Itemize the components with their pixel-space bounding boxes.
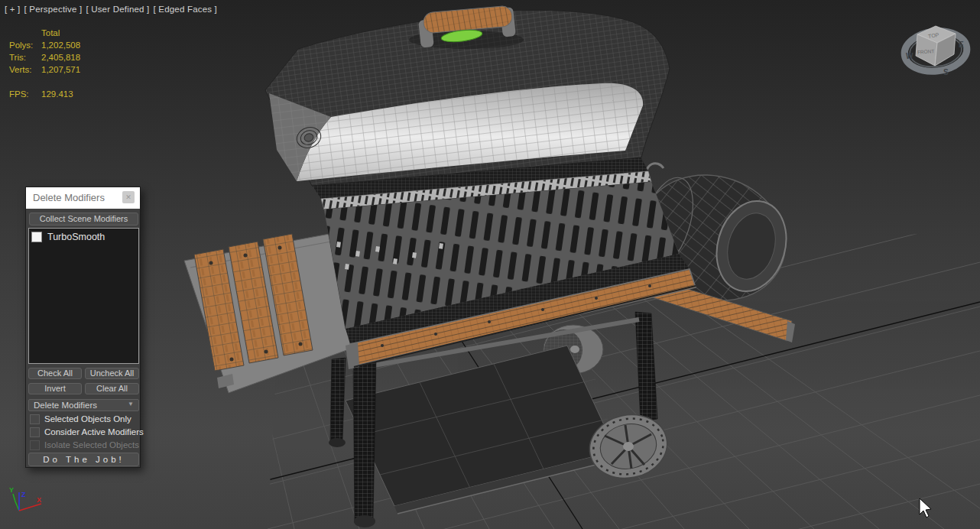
- chevron-down-icon: ▼: [128, 401, 134, 407]
- compass-east[interactable]: E: [959, 41, 964, 49]
- lid-handle: [409, 5, 524, 49]
- check-all-button[interactable]: Check All: [28, 368, 82, 379]
- viewport-label: [ + ][ Perspective ][ User Defined ][ Ed…: [5, 5, 221, 14]
- close-icon[interactable]: ✕: [122, 191, 135, 203]
- checkbox-box[interactable]: [30, 414, 40, 424]
- consider-active-modifiers-checkbox[interactable]: Consider Active Modifiers: [30, 427, 144, 437]
- stats-polys: Polys:1,202,508: [9, 41, 80, 50]
- viewcube[interactable]: W S E TOP FRONT: [902, 26, 969, 76]
- viewport-menu-pov[interactable]: [ Perspective ]: [24, 5, 83, 14]
- axis-z-label: Z: [21, 491, 26, 498]
- modifier-checkbox[interactable]: [31, 232, 42, 242]
- uncheck-all-button[interactable]: Uncheck All: [85, 368, 139, 379]
- invert-button[interactable]: Invert: [28, 383, 82, 394]
- action-dropdown[interactable]: Delete Modifiers ▼: [28, 399, 139, 411]
- mouse-cursor: [920, 498, 931, 518]
- isolate-selected-objects-checkbox: Isolate Selected Objects: [30, 440, 139, 450]
- world-axis-tripod: Y Z X: [9, 486, 41, 511]
- dialog-title: Delete Modifiers: [33, 192, 105, 203]
- clear-all-button[interactable]: Clear All: [85, 383, 139, 394]
- checkbox-box: [30, 440, 40, 450]
- grill-model[interactable]: [184, 5, 803, 527]
- viewport-3d-scene: W S E TOP FRONT Y Z X: [0, 0, 980, 529]
- stats-verts: Verts:1,207,571: [9, 65, 80, 74]
- delete-modifiers-dialog: Delete Modifiers ✕ Collect Scene Modifie…: [25, 187, 141, 468]
- compass-west[interactable]: W: [906, 52, 913, 60]
- action-dropdown-value: Delete Modifiers: [34, 401, 97, 410]
- do-the-job-button[interactable]: Do The Job!: [28, 453, 139, 466]
- stats-total-header: Total: [41, 28, 60, 37]
- modifier-list-item[interactable]: TurboSmooth: [29, 229, 138, 243]
- modifier-name: TurboSmooth: [47, 232, 105, 242]
- dialog-title-bar[interactable]: Delete Modifiers ✕: [26, 187, 140, 209]
- compass-south[interactable]: S: [943, 68, 949, 76]
- stats-fps: FPS:129.413: [9, 89, 73, 99]
- checkbox-box[interactable]: [30, 427, 40, 437]
- viewport-menu-general[interactable]: [ + ]: [5, 5, 21, 14]
- viewport-menu-lighting[interactable]: [ User Defined ]: [86, 5, 149, 14]
- modifier-list[interactable]: TurboSmooth: [28, 228, 139, 364]
- selected-objects-only-checkbox[interactable]: Selected Objects Only: [30, 414, 131, 424]
- axis-y-label: Y: [9, 486, 14, 494]
- stats-tris: Tris:2,405,818: [9, 53, 80, 62]
- axis-x-label: X: [37, 496, 41, 504]
- collect-scene-modifiers-button[interactable]: Collect Scene Modifiers: [29, 213, 138, 226]
- viewport-menu-shading[interactable]: [ Edged Faces ]: [153, 5, 217, 14]
